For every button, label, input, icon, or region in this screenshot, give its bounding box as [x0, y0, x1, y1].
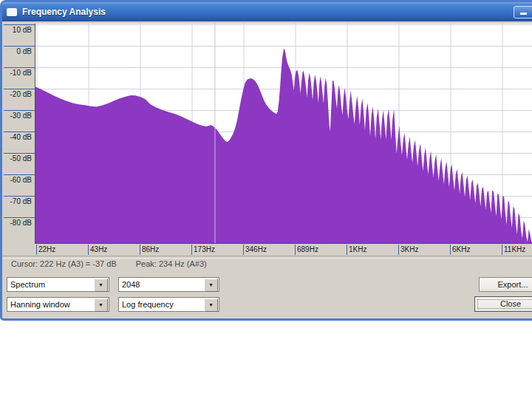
x-axis-tick: [88, 245, 89, 255]
x-axis-tick-label: 346Hz: [245, 245, 267, 253]
x-axis-tick-label: 689Hz: [297, 245, 318, 253]
spectrum-area: [35, 49, 532, 244]
status-bar: Cursor: 222 Hz (A3) = -37 dBPeak: 234 Hz…: [11, 259, 226, 268]
title-bar[interactable]: Frequency Analysis: [2, 2, 532, 22]
y-axis-tick-label: -60 dB: [2, 176, 32, 184]
y-axis-tick: [4, 174, 35, 175]
y-axis-tick: [4, 89, 35, 89]
y-axis-tick-label: -10 dB: [2, 69, 32, 77]
app-icon: [7, 8, 17, 16]
y-axis-tick-label: -20 dB: [2, 90, 32, 98]
close-button[interactable]: Close: [474, 296, 532, 312]
x-axis-tick: [450, 245, 451, 255]
x-axis-tick: [140, 245, 140, 255]
y-axis-tick: [4, 196, 35, 197]
spectrum-chart: 10 dB0 dB-10 dB-20 dB-30 dB-40 dB-50 dB-…: [2, 21, 532, 255]
y-axis-tick: [4, 217, 35, 218]
x-axis-tick-label: 173Hz: [194, 245, 215, 253]
plot-area[interactable]: [35, 24, 532, 244]
x-axis-tick: [502, 245, 502, 255]
y-axis-tick-label: 0 dB: [2, 47, 32, 55]
x-axis-tick: [398, 245, 399, 255]
cursor-readout: Cursor: 222 Hz (A3) = -37 dB: [11, 259, 117, 268]
dropdown-arrow-icon[interactable]: ▼: [204, 279, 218, 292]
window-function-value: Hanning window: [10, 300, 94, 309]
y-axis-tick-label: -70 dB: [2, 197, 32, 205]
minimize-button[interactable]: [514, 6, 532, 18]
frequency-analysis-window: Frequency Analysis 10 dB0 dB-10 dB-20 dB…: [0, 0, 532, 321]
algorithm-value: Spectrum: [10, 280, 94, 289]
y-axis-tick: [4, 153, 35, 154]
x-axis-tick: [191, 245, 192, 255]
x-axis-tick: [243, 245, 244, 255]
y-axis-tick-label: -50 dB: [2, 154, 32, 163]
y-axis-tick-label: -40 dB: [2, 133, 32, 141]
x-axis-tick-label: 22Hz: [38, 245, 55, 253]
spectrum-svg: [35, 24, 532, 243]
x-axis-tick: [295, 245, 296, 255]
export-button[interactable]: Export...: [479, 277, 532, 292]
y-axis-tick-label: -80 dB: [2, 219, 32, 227]
algorithm-select[interactable]: Spectrum ▼: [7, 277, 109, 292]
y-axis: 10 dB0 dB-10 dB-20 dB-30 dB-40 dB-50 dB-…: [2, 21, 35, 244]
x-axis-tick-label: 1KHz: [349, 245, 366, 253]
x-axis-tick: [36, 245, 37, 255]
axis-value: Log frequency: [122, 300, 204, 309]
peak-readout: Peak: 234 Hz (A#3): [136, 259, 207, 268]
y-axis-tick-label: 10 dB: [2, 26, 32, 34]
x-axis-tick-label: 6KHz: [452, 245, 470, 253]
focus-rect: [477, 299, 532, 309]
y-axis-tick: [4, 110, 35, 111]
x-axis-tick-label: 43Hz: [90, 245, 107, 253]
minimize-icon: [520, 13, 527, 15]
x-axis-tick-label: 11KHz: [504, 245, 525, 253]
y-axis-tick: [4, 132, 35, 132]
size-value: 2048: [122, 280, 204, 289]
y-axis-tick: [4, 24, 35, 25]
x-axis-tick: [347, 245, 347, 255]
y-axis-tick-label: -30 dB: [2, 112, 32, 120]
window-function-select[interactable]: Hanning window ▼: [7, 297, 109, 312]
size-select[interactable]: 2048 ▼: [118, 277, 219, 292]
axis-select[interactable]: Log frequency ▼: [118, 297, 219, 312]
divider: [2, 256, 532, 259]
dropdown-arrow-icon[interactable]: ▼: [94, 279, 108, 292]
y-axis-tick: [4, 67, 35, 68]
x-axis-tick-label: 3KHz: [400, 245, 418, 253]
x-axis-tick-label: 86Hz: [142, 245, 159, 253]
y-axis-tick: [4, 46, 35, 47]
x-axis: 22Hz43Hz86Hz173Hz346Hz689Hz1KHz3KHz6KHz1…: [2, 244, 532, 256]
window-title: Frequency Analysis: [22, 7, 106, 17]
dropdown-arrow-icon[interactable]: ▼: [94, 299, 108, 312]
dropdown-arrow-icon[interactable]: ▼: [204, 299, 218, 312]
